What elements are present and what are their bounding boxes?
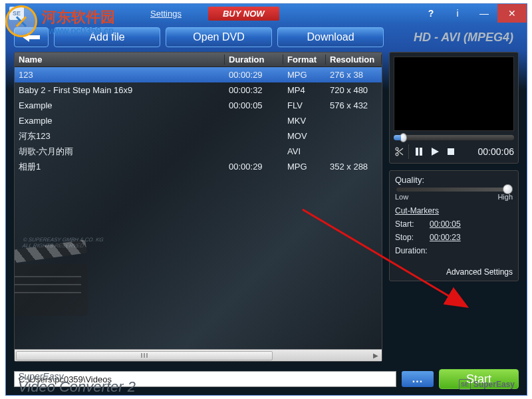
horizontal-scrollbar[interactable]: ▶ (15, 349, 382, 361)
table-row[interactable]: 胡歌-六月的雨AVI (15, 144, 382, 159)
cell-format: MOV (283, 131, 326, 141)
quality-high: High (497, 193, 513, 201)
cut-duration-label: Duration: (395, 246, 434, 255)
copyright-text: © SUPEREASY GMBH & CO. KG ALL RIGHTS RES… (22, 237, 104, 249)
cell-resolution: 576 x 432 (326, 100, 382, 110)
main-area: Name Duration Format Resolution 12300:00… (6, 52, 527, 367)
stop-button[interactable] (445, 146, 457, 158)
table-row[interactable]: 相册100:00:29MPG352 x 288 (15, 159, 382, 174)
table-row[interactable]: Example00:00:05FLV576 x 432 (15, 98, 382, 113)
buy-now-button[interactable]: BUY NOW (208, 7, 279, 21)
svg-rect-0 (416, 148, 418, 156)
col-name[interactable]: Name (15, 55, 225, 65)
cell-format: FLV (283, 100, 326, 110)
table-row[interactable]: 河东123MOV (15, 128, 382, 144)
cut-markers-heading: Cut-Markers (395, 206, 513, 215)
window-controls: ? i — ✕ (418, 4, 527, 23)
file-list-panel: Name Duration Format Resolution 12300:00… (14, 52, 382, 362)
cell-name: Example (15, 116, 225, 126)
cut-start-value[interactable]: 00:00:05 (430, 219, 461, 229)
quality-panel: Quality: Low High Cut-Markers Start:00:0… (389, 170, 519, 281)
quality-range-labels: Low High (395, 193, 513, 201)
play-icon (430, 147, 440, 156)
cell-name: 123 (15, 70, 225, 80)
open-dvd-button[interactable]: Open DVD (166, 27, 272, 47)
cell-format: AVI (283, 146, 326, 156)
start-button[interactable]: Start (439, 369, 519, 389)
seek-thumb[interactable] (400, 133, 407, 142)
pause-icon (414, 147, 424, 156)
quality-label: Quality: (395, 175, 513, 185)
quality-low: Low (395, 193, 408, 201)
col-resolution[interactable]: Resolution (326, 55, 382, 65)
cell-name: 相册1 (15, 161, 225, 173)
preview-screen (394, 57, 514, 131)
clapperboard-icon (15, 251, 96, 331)
cell-name: Example (15, 100, 225, 110)
output-path-input[interactable] (14, 371, 396, 387)
minimize-button[interactable]: — (471, 4, 497, 23)
titlebar: SE Settings BUY NOW ? i — ✕ (6, 4, 527, 23)
cell-name: Baby 2 - First Step Main 16x9 (15, 85, 225, 95)
add-file-button[interactable]: Add file (54, 27, 160, 47)
app-window: SE Settings BUY NOW ? i — ✕ Add file Ope… (5, 3, 527, 396)
preview-panel: 00:00:06 (389, 52, 519, 164)
cell-format: MPG (283, 70, 326, 80)
close-button[interactable]: ✕ (497, 4, 527, 23)
cell-duration: 00:00:05 (225, 100, 283, 110)
table-body: 12300:00:29MPG276 x 38Baby 2 - First Ste… (15, 67, 382, 174)
table-row[interactable]: Baby 2 - First Step Main 16x900:00:32MP4… (15, 82, 382, 98)
stop-icon (446, 147, 456, 156)
table-header: Name Duration Format Resolution (15, 53, 382, 67)
cell-resolution: 352 x 288 (326, 162, 382, 172)
browse-button[interactable]: ... (402, 371, 434, 387)
cell-resolution: 276 x 38 (326, 70, 382, 80)
svg-rect-1 (420, 148, 422, 156)
table-row[interactable]: 12300:00:29MPG276 x 38 (15, 67, 382, 82)
info-button[interactable]: i (444, 4, 471, 23)
download-button[interactable]: Download (277, 27, 384, 47)
settings-link[interactable]: Settings (150, 9, 182, 19)
scroll-right-icon[interactable]: ▶ (370, 351, 382, 360)
seek-bar[interactable] (394, 135, 514, 140)
file-table: Name Duration Format Resolution 12300:00… (15, 53, 382, 349)
toolbar: Add file Open DVD Download HD - AVI (MPE… (6, 23, 527, 52)
cut-start-label: Start: (395, 219, 430, 229)
scrollbar-thumb[interactable] (16, 351, 273, 360)
quality-slider[interactable] (396, 188, 511, 192)
pause-button[interactable] (413, 146, 425, 158)
right-column: 00:00:06 Quality: Low High Cut-Markers S… (389, 52, 519, 362)
cell-duration: 00:00:29 (225, 162, 283, 172)
table-row[interactable]: ExampleMKV (15, 113, 382, 128)
cut-stop-value[interactable]: 00:00:23 (430, 233, 461, 242)
separator (408, 144, 409, 159)
col-format[interactable]: Format (283, 55, 326, 65)
cell-name: 河东123 (15, 130, 225, 142)
help-button[interactable]: ? (418, 4, 444, 23)
cell-format: MPG (283, 162, 326, 172)
cell-duration: 00:00:29 (225, 70, 283, 80)
cell-resolution: 720 x 480 (326, 85, 382, 95)
back-button[interactable] (14, 27, 49, 47)
play-button[interactable] (429, 146, 441, 158)
cell-format: MKV (283, 116, 326, 126)
app-icon: SE (9, 7, 24, 20)
cell-name: 胡歌-六月的雨 (15, 146, 225, 158)
quality-thumb[interactable] (503, 184, 513, 194)
advanced-settings-link[interactable]: Advanced Settings (395, 267, 513, 277)
preview-controls: 00:00:06 (394, 144, 514, 159)
back-arrow-icon (21, 31, 41, 43)
cell-format: MP4 (283, 85, 326, 95)
preview-time: 00:00:06 (478, 146, 515, 157)
footer: ... Start (6, 367, 527, 395)
cut-stop-label: Stop: (395, 233, 430, 242)
cell-duration: 00:00:32 (225, 85, 283, 95)
col-duration[interactable]: Duration (225, 55, 283, 65)
scissors-icon (394, 147, 404, 156)
cut-button[interactable] (394, 147, 404, 156)
output-profile: HD - AVI (MPEG4) (414, 31, 519, 45)
svg-rect-2 (448, 148, 454, 155)
